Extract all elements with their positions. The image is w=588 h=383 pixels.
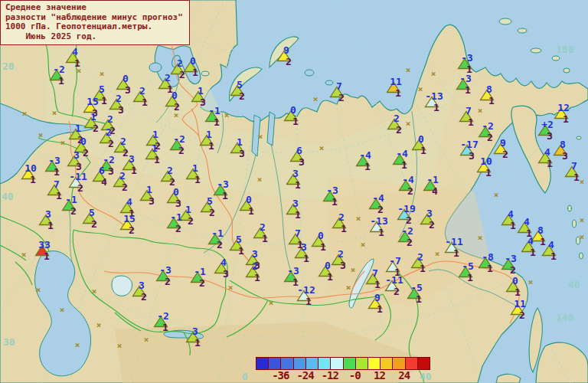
station-count: 1 (162, 322, 168, 332)
no-data-station-mark: × (174, 112, 179, 119)
station-count: 1 (377, 304, 383, 314)
station-count: 2 (174, 102, 180, 112)
station-count: 3 (125, 85, 131, 95)
station-value: 4 (544, 147, 550, 157)
station-value: -2 (173, 134, 185, 144)
station-value: -11 (385, 275, 403, 285)
station-value: 0 (122, 74, 129, 83)
station-value: -19 (397, 204, 415, 214)
station-count: 1 (295, 210, 301, 220)
station-value: -17 (460, 139, 478, 149)
station-count: 1 (550, 251, 557, 261)
station-value: 3 (45, 209, 51, 219)
station-count: 1 (547, 159, 553, 169)
station-value: 8 (537, 225, 544, 235)
title-line: Среднее значение (5, 3, 183, 13)
grid-label: 30 (3, 337, 15, 347)
station-value: 0 (325, 260, 331, 270)
station-value: -3 (326, 185, 338, 195)
station-value: 3 (292, 198, 299, 208)
station-count: 2 (519, 310, 525, 320)
station-count: 2 (122, 182, 128, 192)
no-data-station-mark: × (406, 67, 411, 74)
station-value: 4 (508, 209, 514, 219)
weather-map-screen: 41-2103220121210251153231222122202221211… (0, 0, 588, 383)
station-count: 3 (469, 151, 475, 161)
station-count: 1 (192, 67, 198, 77)
grid-label: 20 (2, 61, 15, 71)
station-count: 1 (327, 272, 333, 282)
station-count: 1 (305, 296, 312, 306)
station-value: 4 (528, 236, 534, 246)
station-count: 4 (101, 177, 107, 187)
station-value: 9 (500, 138, 506, 148)
station-value: 7 (54, 179, 60, 189)
station-count: 3 (547, 131, 553, 141)
station-value: 1 (146, 185, 152, 195)
station-value: 11 (514, 299, 526, 309)
no-data-station-mark: × (258, 133, 263, 141)
station-value: 5 (99, 84, 105, 94)
station-count: 2 (179, 70, 185, 80)
no-data-station-mark: × (431, 70, 436, 78)
station-value: 8 (486, 84, 492, 94)
station-value: 3 (301, 242, 307, 252)
station-value: 2 (167, 165, 173, 175)
scale-tick-label: -0 (349, 370, 361, 381)
station-value: 2 (116, 93, 122, 103)
station-value: 2 (139, 86, 145, 96)
station-count: 1 (44, 251, 50, 261)
station-value: 5 (236, 234, 242, 244)
no-data-station-mark: × (494, 192, 499, 199)
no-data-station-mark: × (406, 120, 411, 128)
station-count: 1 (154, 155, 160, 165)
station-count: 1 (510, 221, 516, 231)
station-count: 2 (429, 220, 435, 230)
station-count: 2 (122, 148, 129, 158)
scale-segment (344, 358, 356, 369)
station-count: 3 (108, 166, 114, 176)
station-count: 1 (47, 221, 54, 231)
station-count: 1 (374, 280, 381, 290)
station-count: 1 (292, 116, 299, 126)
station-value: -1 (211, 228, 224, 238)
station-value: +2 (541, 119, 554, 129)
station-value: -4 (396, 149, 408, 159)
no-data-station-mark: × (144, 336, 149, 344)
station-count: 1 (320, 242, 326, 252)
station-value: 2 (394, 113, 400, 123)
station-count: 2 (406, 215, 412, 225)
scale-segment (356, 358, 368, 369)
station-value: 7 (466, 106, 472, 116)
station-count: 1 (295, 180, 301, 190)
station-count: 2 (83, 148, 89, 158)
station-value: -11 (445, 237, 462, 247)
station-value: 10 (480, 156, 492, 166)
station-value: 2 (120, 136, 126, 146)
station-value: 2 (119, 171, 126, 181)
no-data-station-mark: × (117, 342, 122, 350)
no-data-station-mark: × (100, 70, 105, 78)
station-value: 0 (512, 276, 518, 286)
no-data-station-mark: × (319, 145, 325, 152)
station-value: 1 (152, 143, 158, 153)
station-value: 2 (252, 261, 258, 271)
no-data-station-mark: × (92, 288, 97, 296)
station-value: 2 (417, 252, 423, 262)
scale-segment (294, 358, 306, 369)
scale-segment (281, 358, 293, 369)
station-value: -4 (402, 175, 414, 185)
scale-segment (381, 358, 393, 369)
grid-label: 180 (556, 44, 573, 54)
color-scale-labels: -36-24-12-01224 (256, 370, 429, 382)
station-value: 3 (139, 280, 145, 290)
station-count: 3 (149, 196, 155, 206)
station-value: -2 (157, 311, 169, 321)
no-data-station-mark: × (257, 176, 263, 184)
station-value: -5 (462, 261, 474, 271)
station-value: 5 (237, 80, 243, 90)
station-count: 1 (238, 246, 244, 256)
station-value: 11 (390, 77, 402, 87)
no-data-station-mark: × (269, 300, 274, 307)
station-count: 2 (407, 186, 413, 196)
